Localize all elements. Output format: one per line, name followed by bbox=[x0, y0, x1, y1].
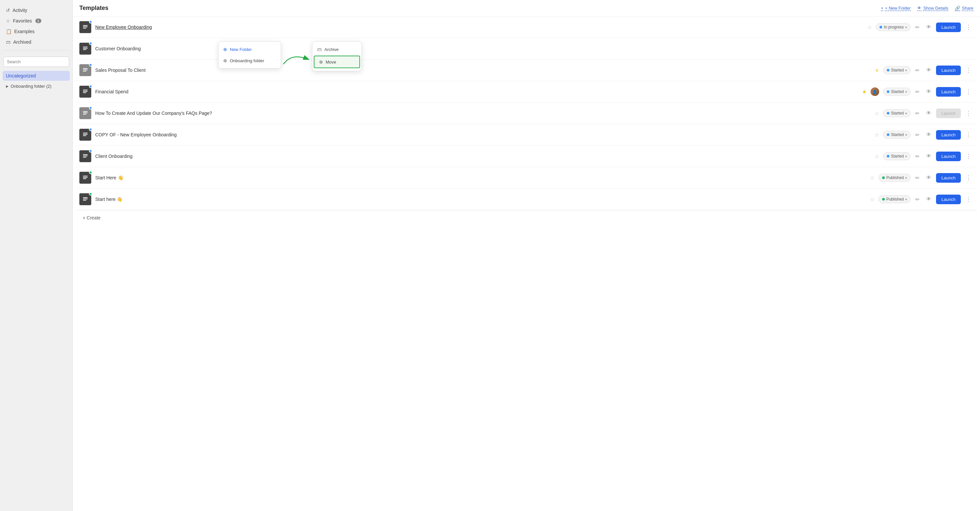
favorite-star-button[interactable]: ☆ bbox=[869, 195, 876, 204]
preview-button[interactable]: 👁 bbox=[924, 173, 933, 182]
launch-button[interactable]: Launch bbox=[936, 152, 961, 161]
show-details-button[interactable]: 👁 Show Details bbox=[917, 6, 948, 11]
favorites-badge: 1 bbox=[35, 19, 41, 23]
more-options-button[interactable]: ⋮ bbox=[964, 151, 974, 161]
status-badge-published[interactable]: Published ▾ bbox=[878, 174, 911, 182]
status-badge-started[interactable]: Started ▾ bbox=[883, 88, 911, 96]
status-badge-published[interactable]: Published ▾ bbox=[878, 195, 911, 203]
svg-rect-19 bbox=[83, 156, 88, 156]
table-row: COPY OF - New Employee Onboarding ☆ Star… bbox=[76, 124, 977, 145]
sidebar-item-activity[interactable]: ↺ Activity bbox=[3, 5, 70, 15]
launch-button[interactable]: Launch bbox=[936, 195, 961, 204]
search-input[interactable] bbox=[3, 57, 69, 67]
template-name: New Employee Onboarding bbox=[95, 24, 862, 30]
sidebar-item-onboarding-folder[interactable]: ▶ Onboarding folder (2) bbox=[3, 81, 70, 91]
preview-button[interactable]: 👁 bbox=[924, 87, 933, 96]
sidebar-item-archived[interactable]: 🗃 Archived bbox=[3, 37, 70, 47]
create-button[interactable]: + Create bbox=[76, 210, 977, 225]
more-options-button[interactable]: ⋮ bbox=[964, 108, 974, 118]
favorite-star-button[interactable]: ☆ bbox=[869, 173, 876, 182]
launch-button[interactable]: Launch bbox=[936, 22, 961, 32]
folder-circle-icon: ⊕ bbox=[223, 58, 227, 63]
status-dot-blue bbox=[89, 42, 92, 45]
share-label: Share bbox=[962, 6, 974, 11]
launch-button[interactable]: Launch bbox=[936, 173, 961, 183]
edit-button[interactable]: ✏ bbox=[913, 152, 921, 161]
preview-button[interactable]: 👁 bbox=[924, 109, 933, 118]
status-badge-started[interactable]: Started ▾ bbox=[883, 109, 911, 117]
svg-rect-12 bbox=[83, 111, 88, 112]
activity-icon: ↺ bbox=[6, 8, 10, 13]
launch-button[interactable]: Launch bbox=[936, 87, 961, 97]
favorite-star-button[interactable]: ☆ bbox=[873, 152, 880, 161]
svg-rect-16 bbox=[83, 134, 88, 135]
preview-button[interactable]: 👁 bbox=[924, 23, 933, 32]
status-badge-in-progress[interactable]: In progress ▾ bbox=[876, 23, 910, 31]
more-options-button[interactable]: ⋮ bbox=[964, 173, 974, 183]
new-folder-label: + New Folder bbox=[885, 6, 911, 11]
preview-button[interactable]: 👁 bbox=[924, 130, 933, 139]
svg-rect-8 bbox=[83, 71, 86, 72]
header-actions: + + New Folder 👁 Show Details 🔗 Share bbox=[881, 6, 974, 11]
edit-button[interactable]: ✏ bbox=[913, 23, 921, 32]
template-name: COPY OF - New Employee Onboarding bbox=[95, 132, 869, 137]
preview-button[interactable]: 👁 bbox=[924, 195, 933, 204]
share-button[interactable]: 🔗 Share bbox=[955, 6, 974, 11]
create-label: + Create bbox=[83, 215, 100, 220]
status-label: In progress bbox=[884, 25, 904, 29]
new-folder-option[interactable]: ⊕ New Folder bbox=[218, 44, 281, 55]
edit-button[interactable]: ✏ bbox=[913, 109, 921, 118]
template-icon-wrap bbox=[80, 107, 91, 119]
status-label: Published bbox=[886, 176, 904, 180]
launch-button[interactable]: Launch bbox=[936, 130, 961, 140]
archive-option[interactable]: 🗃 Archive bbox=[312, 44, 361, 55]
svg-rect-5 bbox=[83, 50, 86, 50]
more-options-button[interactable]: ⋮ bbox=[964, 130, 974, 140]
launch-button[interactable]: Launch bbox=[936, 65, 961, 75]
status-badge-started[interactable]: Started ▾ bbox=[883, 131, 911, 139]
edit-button[interactable]: ✏ bbox=[913, 195, 921, 204]
svg-rect-13 bbox=[83, 113, 88, 113]
edit-button[interactable]: ✏ bbox=[913, 66, 921, 75]
more-options-button[interactable]: ⋮ bbox=[964, 65, 974, 75]
favorite-star-button[interactable]: ☆ bbox=[866, 23, 873, 32]
onboarding-folder-option[interactable]: ⊕ Onboarding folder bbox=[218, 55, 281, 66]
svg-rect-21 bbox=[83, 176, 88, 176]
favorite-star-button[interactable]: ☆ bbox=[873, 109, 880, 118]
page-title: Templates bbox=[80, 5, 108, 11]
move-label: Move bbox=[326, 59, 336, 64]
sidebar-item-examples[interactable]: 📋 Examples bbox=[3, 27, 70, 37]
template-name: Client Onboarding bbox=[95, 153, 869, 159]
preview-button[interactable]: 👁 bbox=[924, 66, 933, 75]
sidebar-item-uncategorized[interactable]: Uncategorized bbox=[3, 71, 70, 81]
status-badge-started[interactable]: Started ▾ bbox=[883, 66, 911, 74]
template-icon-wrap bbox=[80, 86, 91, 97]
template-actions: ☆ In progress ▾ ✏ 👁 Launch ⋮ bbox=[866, 22, 974, 32]
templates-list: New Employee Onboarding ☆ In progress ▾ … bbox=[73, 16, 980, 511]
favorite-star-button[interactable]: ★ bbox=[873, 66, 880, 75]
share-icon: 🔗 bbox=[955, 6, 960, 11]
svg-rect-23 bbox=[83, 178, 86, 179]
preview-button[interactable]: 👁 bbox=[924, 152, 933, 161]
dropdown-container: ⊕ New Folder ⊕ Onboarding folder bbox=[218, 42, 362, 72]
more-options-button[interactable]: ⋮ bbox=[964, 194, 974, 204]
template-icon-wrap bbox=[80, 21, 91, 33]
svg-rect-15 bbox=[83, 133, 88, 133]
edit-button[interactable]: ✏ bbox=[913, 87, 921, 96]
status-badge-started[interactable]: Started ▾ bbox=[883, 152, 911, 160]
sidebar-item-favorites[interactable]: ☆ Favorites 1 bbox=[3, 16, 70, 26]
favorite-star-button[interactable]: ★ bbox=[861, 87, 868, 96]
sidebar-divider bbox=[3, 50, 70, 51]
status-dot-indicator bbox=[882, 198, 885, 201]
status-dot-indicator bbox=[887, 155, 889, 158]
edit-button[interactable]: ✏ bbox=[913, 173, 921, 182]
move-arrow bbox=[282, 56, 312, 72]
new-folder-button[interactable]: + + New Folder bbox=[881, 6, 910, 11]
edit-button[interactable]: ✏ bbox=[913, 130, 921, 139]
onboarding-folder-label: Onboarding folder (2) bbox=[11, 84, 52, 89]
favorite-star-button[interactable]: ☆ bbox=[873, 130, 880, 139]
page-header: Templates + + New Folder 👁 Show Details … bbox=[73, 0, 980, 16]
more-options-button[interactable]: ⋮ bbox=[964, 87, 974, 97]
more-options-button[interactable]: ⋮ bbox=[964, 22, 974, 32]
move-option[interactable]: ⊕ Move bbox=[314, 56, 360, 68]
